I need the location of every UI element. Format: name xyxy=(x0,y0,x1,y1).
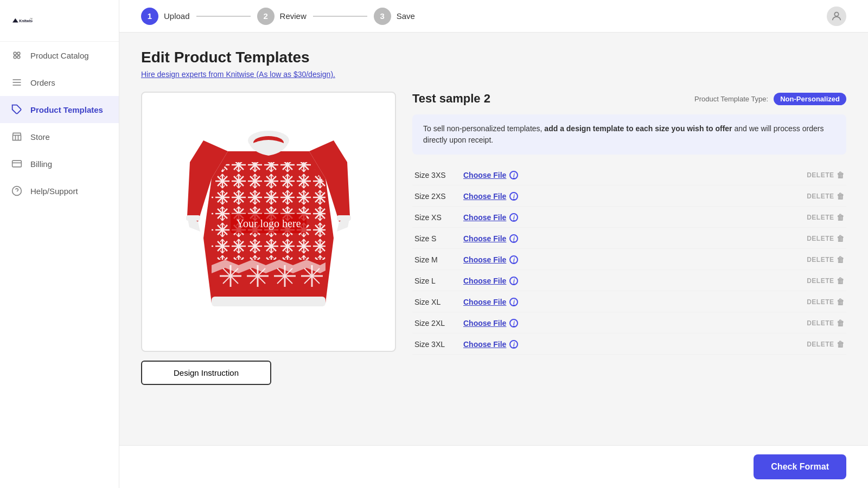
design-instruction-button[interactable]: Design Instruction xyxy=(141,361,271,385)
sidebar-item-billing[interactable]: Billing xyxy=(0,150,119,177)
choose-file-link-xs[interactable]: Choose File i xyxy=(463,213,518,222)
info-icon-2xs[interactable]: i xyxy=(509,192,518,201)
product-info-area: Test sample 2 Product Template Type: Non… xyxy=(412,92,846,355)
info-icon-2xl[interactable]: i xyxy=(509,319,518,328)
info-icon-3xs[interactable]: i xyxy=(509,171,518,179)
topbar: 1 Upload 2 Review 3 Save xyxy=(119,0,868,33)
svg-rect-29 xyxy=(212,297,326,306)
delete-label-xl: DELETE xyxy=(807,298,834,306)
svg-rect-28 xyxy=(337,215,351,221)
grid-icon xyxy=(11,49,23,61)
delete-button-3xs[interactable]: DELETE 🗑 xyxy=(807,171,844,179)
choose-file-text-xs: Choose File xyxy=(463,213,506,222)
delete-button-xl[interactable]: DELETE 🗑 xyxy=(807,298,844,306)
sidebar-label-help-support: Help/Support xyxy=(30,187,78,196)
step-2: 2 Review xyxy=(257,8,307,25)
delete-button-2xs[interactable]: DELETE 🗑 xyxy=(807,192,844,201)
check-format-button[interactable]: Check Format xyxy=(754,454,846,479)
step-3: 3 Save xyxy=(374,8,415,25)
size-label-2xl: Size 2XL xyxy=(414,319,463,328)
choose-file-link-l[interactable]: Choose File i xyxy=(463,277,518,285)
choose-file-text-3xs: Choose File xyxy=(463,171,506,179)
info-box: To sell non-personalized templates, add … xyxy=(412,114,846,155)
choose-file-text-l: Choose File xyxy=(463,277,506,285)
delete-label-2xs: DELETE xyxy=(807,192,834,200)
choose-file-link-3xl[interactable]: Choose File i xyxy=(463,340,518,349)
sidebar-item-orders[interactable]: Orders xyxy=(0,69,119,96)
info-icon-xl[interactable]: i xyxy=(509,298,518,306)
sidebar-item-product-templates[interactable]: Product Templates xyxy=(0,96,119,123)
knitwise-logo: Knitwise TM xyxy=(11,10,33,31)
svg-point-4 xyxy=(17,52,20,55)
step-2-label: Review xyxy=(280,11,307,21)
delete-button-l[interactable]: DELETE 🗑 xyxy=(807,277,844,285)
sidebar-item-help-support[interactable]: Help/Support xyxy=(0,177,119,204)
size-label-xl: Size XL xyxy=(414,298,463,306)
info-icon-m[interactable]: i xyxy=(509,255,518,264)
step-1-label: Upload xyxy=(164,11,190,21)
info-icon-xs[interactable]: i xyxy=(509,213,518,222)
svg-text:Your logo here: Your logo here xyxy=(236,217,301,230)
logo-area: Knitwise TM xyxy=(0,0,119,42)
steps-wizard: 1 Upload 2 Review 3 Save xyxy=(141,8,415,25)
choose-file-link-2xl[interactable]: Choose File i xyxy=(463,319,518,328)
size-label-s: Size S xyxy=(414,234,463,243)
size-row-xl: Size XL Choose File i DELETE 🗑 xyxy=(412,292,846,312)
step-3-label: Save xyxy=(397,11,415,21)
step-line-1-2 xyxy=(196,16,251,17)
delete-label-3xl: DELETE xyxy=(807,341,834,348)
size-label-2xs: Size 2XS xyxy=(414,192,463,201)
sidebar-label-orders: Orders xyxy=(30,78,55,87)
size-row-s: Size S Choose File i DELETE 🗑 xyxy=(412,229,846,249)
svg-point-16 xyxy=(834,12,838,16)
sidebar-label-product-templates: Product Templates xyxy=(30,105,103,114)
tag-icon xyxy=(11,104,23,115)
sidebar-item-product-catalog[interactable]: Product Catalog xyxy=(0,42,119,69)
choose-file-text-2xs: Choose File xyxy=(463,192,506,201)
size-label-l: Size L xyxy=(414,277,463,285)
help-icon xyxy=(11,185,23,197)
choose-file-text-m: Choose File xyxy=(463,255,506,264)
step-1-circle: 1 xyxy=(141,8,158,25)
choose-file-link-m[interactable]: Choose File i xyxy=(463,255,518,264)
list-icon xyxy=(11,76,23,88)
product-layout: Your logo here xyxy=(141,92,846,385)
info-text-bold: add a design template to each size you w… xyxy=(544,124,732,133)
hire-link[interactable]: Hire design experts from Knitwise (As lo… xyxy=(141,70,335,79)
size-label-3xl: Size 3XL xyxy=(414,340,463,349)
info-icon-3xl[interactable]: i xyxy=(509,340,518,349)
choose-file-link-3xs[interactable]: Choose File i xyxy=(463,171,518,179)
delete-label-l: DELETE xyxy=(807,277,834,285)
trash-icon-3xs: 🗑 xyxy=(837,171,845,179)
size-row-l: Size L Choose File i DELETE 🗑 xyxy=(412,271,846,291)
user-avatar-button[interactable] xyxy=(827,7,846,26)
delete-label-xs: DELETE xyxy=(807,214,834,221)
delete-label-s: DELETE xyxy=(807,235,834,242)
sweater-image: Your logo here xyxy=(182,108,355,336)
delete-button-m[interactable]: DELETE 🗑 xyxy=(807,255,844,264)
choose-file-link-2xs[interactable]: Choose File i xyxy=(463,192,518,201)
template-type-label: Product Template Type: xyxy=(694,95,768,103)
delete-button-xs[interactable]: DELETE 🗑 xyxy=(807,213,844,222)
trash-icon-2xl: 🗑 xyxy=(837,319,845,328)
svg-rect-12 xyxy=(12,160,22,167)
sidebar-label-store: Store xyxy=(30,132,50,142)
choose-file-link-xl[interactable]: Choose File i xyxy=(463,298,518,306)
choose-file-link-s[interactable]: Choose File i xyxy=(463,234,518,243)
trash-icon-xl: 🗑 xyxy=(837,298,845,306)
page-title: Edit Product Templates xyxy=(141,49,846,66)
step-1: 1 Upload xyxy=(141,8,190,25)
sidebar-nav: Product Catalog Orders Product Templates xyxy=(0,42,119,204)
delete-button-s[interactable]: DELETE 🗑 xyxy=(807,234,844,243)
size-row-3xl: Size 3XL Choose File i DELETE 🗑 xyxy=(412,335,846,355)
user-icon xyxy=(831,10,843,22)
trash-icon-s: 🗑 xyxy=(837,234,845,243)
delete-button-3xl[interactable]: DELETE 🗑 xyxy=(807,340,844,349)
sidebar-item-store[interactable]: Store xyxy=(0,123,119,150)
size-row-2xs: Size 2XS Choose File i DELETE 🗑 xyxy=(412,187,846,207)
size-row-3xs: Size 3XS Choose File i DELETE 🗑 xyxy=(412,165,846,185)
info-text-pre: To sell non-personalized templates, xyxy=(423,124,542,133)
delete-button-2xl[interactable]: DELETE 🗑 xyxy=(807,319,844,328)
info-icon-s[interactable]: i xyxy=(509,234,518,243)
info-icon-l[interactable]: i xyxy=(509,277,518,285)
